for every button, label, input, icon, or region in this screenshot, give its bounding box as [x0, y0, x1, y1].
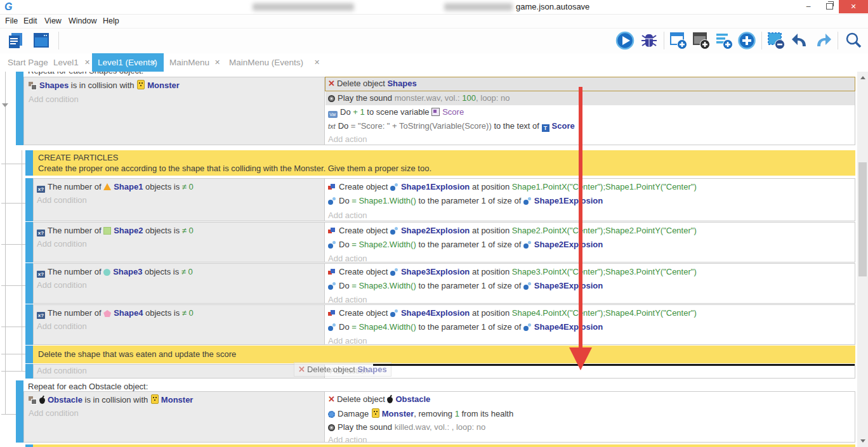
comment-delete-shape[interactable]: Delete the shape that was eaten and upda… [33, 346, 855, 363]
condition-shape4-count[interactable]: x?The number of Shape4 objects is ≠ 0 [37, 308, 194, 319]
remove-event-icon[interactable] [766, 31, 786, 50]
event-selection-bar [25, 444, 33, 447]
menu-file[interactable]: File [5, 15, 18, 28]
toolbar-separator [838, 32, 838, 49]
tab-mainmenu-events[interactable]: MainMenu (Events) [229, 53, 303, 72]
tab-mainmenu-events-close-icon[interactable]: ✕ [314, 53, 320, 72]
condition-shape1-count[interactable]: x?The number of Shape1 objects is ≠ 0 [37, 182, 194, 193]
event-repeat-obstacle-header[interactable]: Repeat for each Obstacle object: [28, 382, 148, 391]
condition-obstacle-collision[interactable]: Obstacle is in collision with Monster [29, 394, 193, 405]
condition-shapes-collision[interactable]: Shapes is in collision with Monster [29, 80, 180, 91]
add-condition-link[interactable]: Add condition [37, 321, 87, 332]
particles-icon [328, 323, 336, 331]
event-selection-bar[interactable] [25, 222, 33, 262]
action-play-sound-monster[interactable]: Play the sound monster.wav, vol.: 100, l… [328, 93, 510, 103]
add-event-icon[interactable] [669, 31, 688, 50]
tab-bar: Start Page Level1 ✕ Level1 (Events) ✕ Ma… [0, 53, 868, 72]
menu-edit[interactable]: Edit [23, 15, 37, 28]
tab-mainmenu[interactable]: MainMenu [169, 53, 209, 72]
comment-create-particles[interactable]: CREATE PARTICLES Create the proper one a… [33, 150, 855, 176]
menu-window[interactable]: Window [69, 15, 96, 28]
tab-level1[interactable]: Level1 [53, 53, 79, 72]
delete-icon: ✕ [298, 365, 305, 374]
close-button[interactable]: ✕ [839, 0, 868, 13]
add-action-link[interactable]: Add action [328, 211, 367, 221]
add-condition-link[interactable]: Add condition [29, 408, 79, 418]
gdevelop-logo-icon: G [4, 1, 12, 13]
maximize-button[interactable] [820, 0, 839, 13]
add-condition-link[interactable]: Add condition [37, 239, 87, 249]
event-selection-bar[interactable] [16, 72, 23, 145]
scroll-down-icon[interactable] [860, 439, 865, 443]
scroll-up-icon[interactable] [860, 76, 865, 79]
event-selection-bar[interactable] [25, 364, 33, 379]
particles-icon [328, 241, 336, 249]
toolbar-separator [761, 32, 762, 49]
event-selection-bar[interactable] [25, 263, 33, 304]
debug-icon[interactable] [640, 31, 659, 50]
create-object-icon [328, 183, 336, 191]
action-create-shape4explosion[interactable]: Create object Shape4Explosion at positio… [328, 308, 697, 318]
add-action-link[interactable]: Add action [328, 254, 367, 264]
action-set-shape1explosion-size[interactable]: Do = Shape1.Width() to the parameter 1 o… [328, 196, 603, 206]
collapse-event-icon[interactable] [2, 103, 8, 107]
add-sub-event-icon[interactable] [692, 31, 711, 50]
add-action-link[interactable]: Add action [328, 435, 367, 445]
add-condition-link[interactable]: Add condition [37, 195, 87, 205]
event-selection-bar[interactable] [25, 150, 33, 176]
action-delete-obstacle[interactable]: ✕Delete object Obstacle [328, 394, 430, 405]
action-damage-monster[interactable]: Damage Monster, removing 1 from its heal… [328, 408, 513, 419]
add-comment-icon[interactable] [714, 31, 733, 50]
search-icon[interactable] [844, 31, 863, 50]
monster-icon [137, 80, 145, 89]
tree-tick [1, 164, 25, 164]
event-selection-bar[interactable] [25, 304, 33, 345]
tab-level1-events-close-icon[interactable]: ✕ [150, 53, 156, 72]
add-other-event-icon[interactable] [737, 31, 756, 50]
action-play-sound-killed[interactable]: Play the sound killed.wav, vol.: , loop:… [328, 422, 485, 432]
condition-shape2-count[interactable]: x?The number of Shape2 objects is ≠ 0 [37, 226, 194, 236]
menu-help[interactable]: Help [103, 15, 119, 28]
event-selection-bar[interactable] [25, 346, 33, 363]
add-condition-link[interactable]: Add condition [37, 280, 87, 290]
tree-line [22, 150, 22, 371]
add-condition-link[interactable]: Add condition [29, 94, 79, 105]
action-increment-score-variable[interactable]: VarDo + 1 to scene variable Score [328, 107, 464, 118]
action-create-shape2explosion[interactable]: Create object Shape2Explosion at positio… [328, 226, 697, 236]
scene-editor-icon[interactable] [32, 31, 51, 50]
minimize-button[interactable]: – [798, 0, 819, 13]
gdevelop-window: G game.json.autosave – ✕ File Edit View … [0, 0, 868, 447]
particles-icon [328, 282, 336, 290]
particles-icon [328, 197, 336, 205]
action-set-score-text[interactable]: txtDo = "Score: " + ToString(Variable(Sc… [328, 121, 575, 132]
particles-icon [390, 309, 398, 317]
play-icon[interactable] [615, 31, 635, 50]
tree-tick [1, 414, 16, 415]
project-manager-icon[interactable] [6, 31, 25, 50]
event-selection-bar[interactable] [16, 380, 23, 443]
tab-mainmenu-close-icon[interactable]: ✕ [214, 53, 220, 72]
add-action-link[interactable]: Add action [328, 295, 367, 305]
action-set-shape3explosion-size[interactable]: Do = Shape3.Width() to the parameter 1 o… [328, 281, 603, 291]
add-condition-link[interactable]: Add condition [37, 366, 87, 376]
action-create-shape1explosion[interactable]: Create object Shape1Explosion at positio… [328, 182, 697, 192]
menu-view[interactable]: View [44, 15, 62, 28]
action-create-shape3explosion[interactable]: Create object Shape3Explosion at positio… [328, 267, 697, 277]
action-set-shape2explosion-size[interactable]: Do = Shape2.Width() to the parameter 1 o… [328, 240, 603, 250]
tree-line [5, 72, 6, 414]
event-selection-bar[interactable] [25, 178, 33, 221]
tab-level1-events[interactable]: Level1 (Events) ✕ [92, 53, 164, 72]
action-set-shape4explosion-size[interactable]: Do = Shape4.Width() to the parameter 1 o… [328, 322, 603, 332]
condition-shape3-count[interactable]: x?The number of Shape3 objects is ≠ 0 [37, 267, 193, 278]
action-delete-shapes[interactable]: ✕Delete object Shapes [328, 79, 417, 89]
add-action-link[interactable]: Add action [328, 336, 367, 346]
scrollbar-thumb[interactable] [858, 162, 867, 276]
text-object-icon: T [542, 124, 549, 132]
redo-icon[interactable] [813, 31, 832, 50]
events-sheet: Repeat for each Shapes object: Shapes is… [0, 72, 868, 447]
shape4-pentagon-icon [103, 310, 111, 317]
tab-start-page[interactable]: Start Page [8, 53, 48, 72]
add-action-link[interactable]: Add action [328, 134, 367, 145]
undo-icon[interactable] [791, 31, 810, 50]
tab-level1-close-icon[interactable]: ✕ [84, 53, 90, 72]
